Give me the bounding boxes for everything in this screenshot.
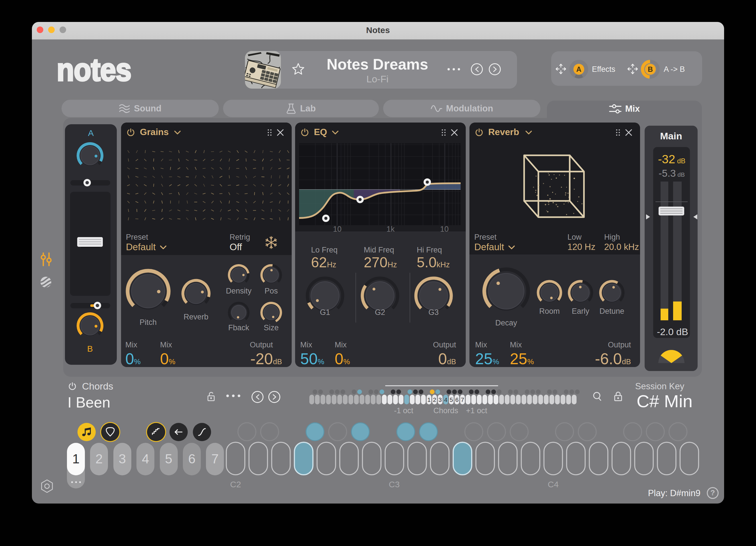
svg-text:?: ?	[710, 488, 715, 497]
svg-text:6: 6	[455, 396, 459, 403]
svg-text:7: 7	[461, 396, 464, 403]
svg-text:5: 5	[450, 396, 453, 403]
svg-text:1: 1	[427, 396, 431, 403]
svg-text:3: 3	[438, 396, 442, 403]
svg-text:2: 2	[433, 396, 436, 403]
svg-text:4: 4	[444, 396, 448, 403]
